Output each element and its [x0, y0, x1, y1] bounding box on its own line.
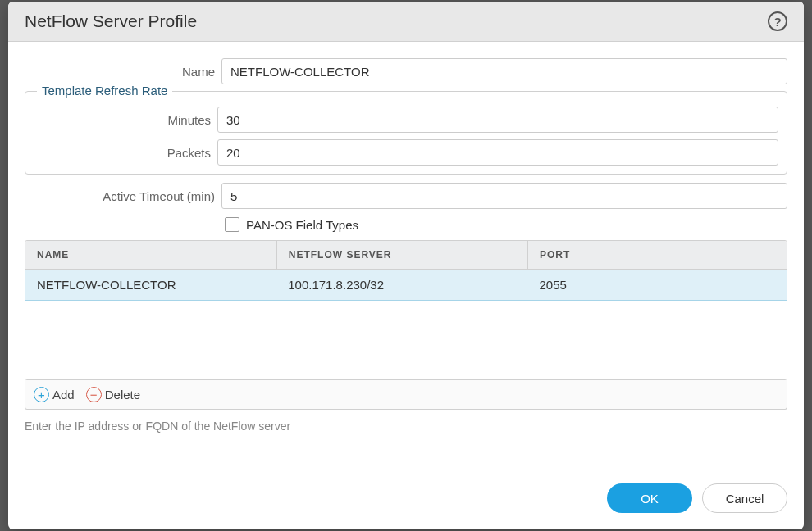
- panos-checkbox-row: PAN-OS Field Types: [225, 217, 787, 232]
- packets-label: Packets: [34, 146, 211, 160]
- dialog-header: NetFlow Server Profile ?: [8, 2, 804, 42]
- active-timeout-input[interactable]: [221, 183, 787, 209]
- minus-icon: −: [86, 387, 102, 402]
- servers-table-wrap: NAME NETFLOW SERVER PORT NETFLOW-COLLECT…: [25, 240, 787, 380]
- servers-table: NAME NETFLOW SERVER PORT NETFLOW-COLLECT…: [25, 241, 787, 379]
- active-timeout-label: Active Timeout (min): [25, 189, 215, 203]
- col-header-port[interactable]: PORT: [527, 241, 787, 270]
- ok-button[interactable]: OK: [607, 483, 692, 513]
- cell-port: 2055: [527, 270, 787, 301]
- add-label: Add: [52, 388, 75, 402]
- table-empty-space: [25, 301, 787, 379]
- panos-checkbox[interactable]: [225, 217, 239, 232]
- cancel-button[interactable]: Cancel: [702, 483, 787, 513]
- add-button[interactable]: + Add: [34, 387, 75, 402]
- name-row: Name: [25, 58, 787, 84]
- name-label: Name: [25, 65, 215, 79]
- dialog-body: Name Template Refresh Rate Minutes Packe…: [8, 42, 804, 470]
- plus-icon: +: [34, 387, 49, 402]
- minutes-row: Minutes: [34, 107, 778, 133]
- delete-label: Delete: [105, 388, 140, 402]
- col-header-name[interactable]: NAME: [25, 241, 276, 270]
- col-header-server[interactable]: NETFLOW SERVER: [276, 241, 527, 270]
- template-refresh-fieldset: Template Refresh Rate Minutes Packets: [25, 91, 787, 175]
- netflow-profile-dialog: NetFlow Server Profile ? Name Template R…: [8, 2, 804, 529]
- panos-checkbox-label: PAN-OS Field Types: [246, 218, 358, 232]
- dialog-footer: OK Cancel: [8, 470, 804, 529]
- packets-row: Packets: [34, 139, 778, 166]
- table-row[interactable]: NETFLOW-COLLECTOR 100.171.8.230/32 2055: [25, 270, 787, 301]
- delete-button[interactable]: − Delete: [86, 387, 140, 402]
- packets-input[interactable]: [217, 139, 778, 166]
- name-input[interactable]: [221, 58, 787, 84]
- cell-name: NETFLOW-COLLECTOR: [25, 270, 276, 301]
- hint-text: Enter the IP address or FQDN of the NetF…: [25, 420, 787, 433]
- minutes-input[interactable]: [217, 107, 778, 133]
- dialog-title: NetFlow Server Profile: [25, 11, 197, 31]
- help-icon[interactable]: ?: [768, 11, 787, 31]
- cell-server: 100.171.8.230/32: [276, 270, 527, 301]
- template-refresh-legend: Template Refresh Rate: [37, 84, 172, 98]
- minutes-label: Minutes: [34, 113, 211, 127]
- table-actions: + Add − Delete: [25, 380, 787, 410]
- table-header-row: NAME NETFLOW SERVER PORT: [25, 241, 787, 270]
- active-timeout-row: Active Timeout (min): [25, 183, 787, 209]
